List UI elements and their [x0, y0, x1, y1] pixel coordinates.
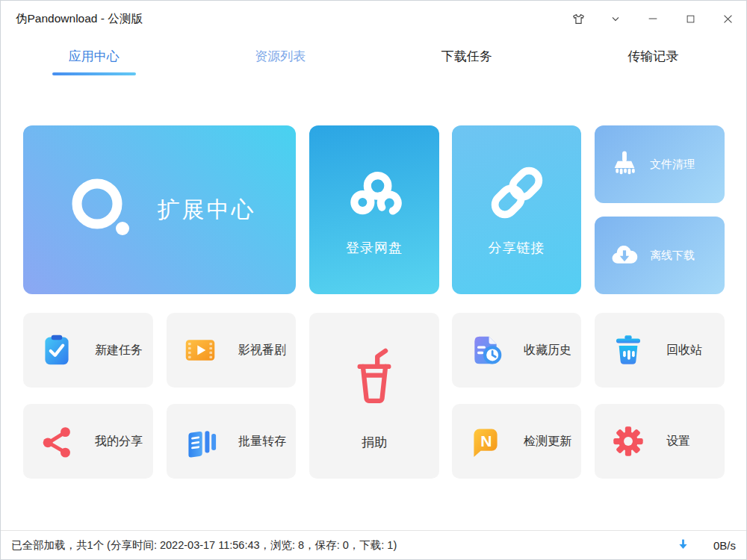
- card-label: 新建任务: [95, 343, 143, 358]
- extension-center-logo-icon: [63, 171, 138, 249]
- tab-transfer-records[interactable]: 传输记录: [560, 37, 747, 75]
- batch-list-icon: [183, 425, 217, 458]
- tab-resource-list[interactable]: 资源列表: [187, 37, 374, 75]
- status-bar: 已全部加载，共1个 (分享时间: 2022-03-17 11:56:43，浏览:…: [1, 530, 746, 559]
- clipboard-check-icon: [40, 334, 73, 367]
- download-speed-icon: [677, 538, 689, 553]
- card-label: 扩展中心: [158, 195, 256, 225]
- document-clock-icon: [468, 334, 502, 367]
- tab-label: 下载任务: [441, 48, 492, 65]
- tab-label: 传输记录: [627, 48, 678, 65]
- card-label: 分享链接: [452, 239, 581, 257]
- card-check-update[interactable]: N 检测更新: [452, 404, 581, 479]
- card-file-clean[interactable]: 文件清理: [595, 125, 725, 203]
- status-text: 已全部加载，共1个 (分享时间: 2022-03-17 11:56:43，浏览:…: [11, 538, 397, 553]
- card-label: 捐助: [362, 434, 387, 451]
- minimize-button[interactable]: [642, 7, 664, 30]
- trash-icon: [611, 334, 645, 367]
- card-label: 批量转存: [238, 434, 286, 449]
- app-window: 伪Pandownload - 公测版 应用中心 资源列表: [0, 0, 747, 560]
- tab-label: 资源列表: [255, 48, 306, 65]
- window-controls: [552, 7, 739, 30]
- chain-link-icon: [484, 160, 550, 228]
- card-label: 登录网盘: [309, 239, 439, 257]
- cloud-download-icon: [610, 240, 639, 270]
- app-center-panel: 扩展中心 登录网盘 分: [1, 75, 746, 531]
- tab-app-center[interactable]: 应用中心: [1, 37, 187, 75]
- card-batch-save[interactable]: 批量转存: [167, 404, 296, 479]
- window-title: 伪Pandownload - 公测版: [16, 11, 143, 27]
- gear-icon: [611, 425, 645, 458]
- card-offline-download[interactable]: 离线下载: [595, 217, 725, 294]
- card-settings[interactable]: 设置: [595, 404, 725, 479]
- card-donate[interactable]: 捐助: [309, 313, 439, 479]
- card-share-link[interactable]: 分享链接: [452, 125, 581, 294]
- chevron-down-icon[interactable]: [604, 7, 627, 30]
- card-label: 影视番剧: [238, 343, 286, 358]
- card-label: 离线下载: [650, 249, 695, 263]
- card-label: 收藏历史: [524, 343, 571, 358]
- drink-cup-icon: [343, 343, 406, 408]
- tab-download-tasks[interactable]: 下载任务: [374, 37, 560, 75]
- card-my-share[interactable]: 我的分享: [23, 404, 153, 479]
- card-extension-center[interactable]: 扩展中心: [23, 125, 296, 294]
- share-nodes-icon: [40, 425, 73, 458]
- tab-bar: 应用中心 资源列表 下载任务 传输记录: [1, 37, 746, 76]
- card-movies-anime[interactable]: 影视番剧: [167, 313, 296, 388]
- card-login-netdisk[interactable]: 登录网盘: [309, 125, 439, 294]
- card-label: 检测更新: [524, 434, 571, 449]
- netdisk-cloud-icon: [340, 160, 409, 231]
- update-n-badge-icon: N: [468, 425, 502, 458]
- theme-skin-icon[interactable]: [567, 7, 589, 30]
- card-label: 回收站: [666, 343, 702, 358]
- card-recycle-bin[interactable]: 回收站: [595, 313, 725, 388]
- card-label: 设置: [666, 434, 690, 449]
- card-label: 文件清理: [650, 158, 695, 172]
- card-label: 我的分享: [95, 434, 143, 449]
- tab-label: 应用中心: [69, 48, 120, 65]
- close-button[interactable]: [716, 7, 739, 30]
- maximize-button[interactable]: [679, 7, 701, 30]
- broom-icon: [610, 149, 639, 179]
- film-play-icon: [183, 334, 217, 367]
- card-new-task[interactable]: 新建任务: [23, 313, 153, 388]
- titlebar: 伪Pandownload - 公测版: [1, 1, 746, 37]
- svg-text:N: N: [480, 432, 492, 449]
- card-favorite-history[interactable]: 收藏历史: [452, 313, 581, 388]
- download-speed-value: 0B/s: [700, 539, 736, 552]
